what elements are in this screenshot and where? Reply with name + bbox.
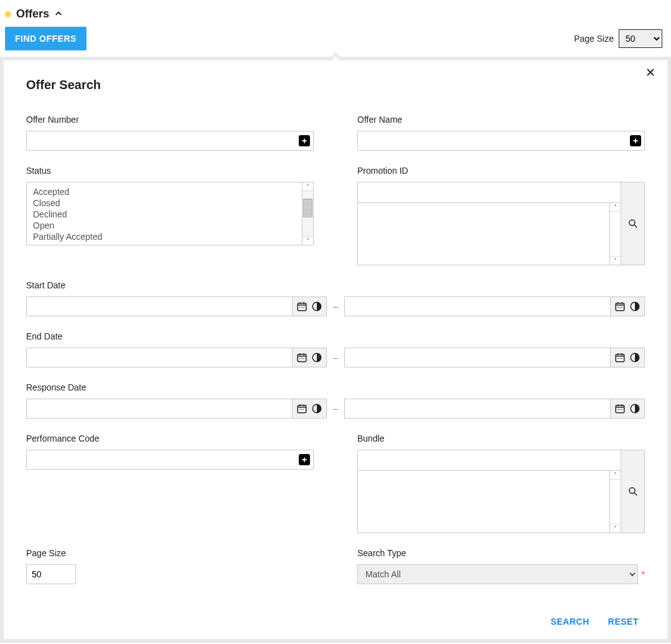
calendar-icon[interactable] bbox=[296, 352, 307, 363]
promotion-id-input[interactable] bbox=[357, 182, 621, 203]
status-option[interactable]: Partially Accepted bbox=[33, 231, 296, 242]
calendar-icon[interactable] bbox=[296, 301, 307, 312]
search-button[interactable]: SEARCH bbox=[551, 617, 589, 627]
svg-point-23 bbox=[301, 409, 303, 410]
offer-number-input[interactable] bbox=[26, 131, 314, 151]
reset-button[interactable]: RESET bbox=[608, 617, 639, 627]
svg-point-12 bbox=[299, 358, 301, 359]
svg-point-19 bbox=[621, 358, 622, 359]
search-type-select[interactable]: Match All bbox=[357, 564, 638, 584]
calendar-icon[interactable] bbox=[614, 352, 626, 363]
offer-number-label: Offer Number bbox=[26, 115, 314, 125]
status-listbox[interactable]: Accepted Closed Declined Open Partially … bbox=[26, 182, 314, 245]
add-icon[interactable]: + bbox=[630, 135, 641, 146]
calendar-icon[interactable] bbox=[614, 403, 626, 414]
performance-code-label: Performance Code bbox=[26, 433, 314, 443]
svg-point-13 bbox=[301, 358, 303, 359]
bundle-label: Bundle bbox=[357, 433, 645, 443]
offer-name-label: Offer Name bbox=[357, 115, 645, 125]
start-date-to-input[interactable] bbox=[344, 296, 610, 316]
scroll-down-icon[interactable]: ˅ bbox=[610, 256, 621, 265]
svg-point-9 bbox=[621, 307, 622, 308]
close-icon[interactable] bbox=[645, 67, 656, 81]
bundle-search-button[interactable] bbox=[621, 450, 645, 533]
calendar-icon[interactable] bbox=[614, 301, 626, 312]
add-icon[interactable]: + bbox=[299, 135, 310, 146]
scroll-down-icon[interactable]: ˅ bbox=[303, 236, 313, 245]
promotion-id-label: Promotion ID bbox=[357, 166, 645, 176]
scroll-thumb[interactable] bbox=[303, 199, 312, 217]
svg-point-29 bbox=[621, 409, 622, 410]
status-option[interactable]: Accepted bbox=[33, 186, 296, 197]
page-size-select[interactable]: 50 bbox=[619, 29, 662, 48]
chevron-up-icon[interactable] bbox=[53, 7, 64, 21]
svg-point-0 bbox=[629, 220, 635, 225]
clock-icon[interactable] bbox=[311, 403, 322, 414]
end-date-to-input[interactable] bbox=[344, 348, 610, 367]
page-size-inner-label: Page Size bbox=[26, 548, 314, 558]
svg-point-27 bbox=[617, 409, 619, 410]
page-size-label: Page Size bbox=[574, 34, 614, 44]
svg-point-31 bbox=[629, 488, 635, 493]
add-icon[interactable]: + bbox=[299, 454, 310, 465]
response-date-to-input[interactable] bbox=[344, 399, 610, 419]
search-panel: Offer Search Offer Number + Status Accep… bbox=[0, 57, 671, 643]
clock-icon[interactable] bbox=[629, 352, 640, 363]
svg-point-18 bbox=[619, 358, 621, 359]
svg-point-22 bbox=[299, 409, 301, 410]
clock-icon[interactable] bbox=[629, 301, 640, 312]
end-date-label: End Date bbox=[26, 331, 645, 341]
search-title: Offer Search bbox=[26, 78, 645, 92]
clock-icon[interactable] bbox=[311, 352, 322, 363]
svg-point-28 bbox=[619, 409, 621, 410]
svg-point-17 bbox=[617, 358, 619, 359]
page-title: Offers bbox=[16, 7, 49, 21]
offer-name-input[interactable] bbox=[357, 131, 645, 151]
svg-point-3 bbox=[301, 307, 303, 308]
end-date-from-input[interactable] bbox=[26, 348, 292, 367]
promotion-search-button[interactable] bbox=[621, 182, 645, 265]
status-option[interactable]: Open bbox=[33, 220, 296, 231]
scroll-down-icon[interactable]: ˅ bbox=[610, 524, 621, 533]
scroll-up-icon[interactable]: ˄ bbox=[610, 203, 621, 212]
svg-point-2 bbox=[299, 307, 301, 308]
svg-point-4 bbox=[303, 307, 304, 308]
svg-point-8 bbox=[619, 307, 621, 308]
response-date-label: Response Date bbox=[26, 382, 645, 392]
status-label: Status bbox=[26, 166, 314, 176]
search-type-label: Search Type bbox=[357, 548, 645, 558]
status-dot-icon bbox=[5, 11, 11, 17]
svg-point-24 bbox=[303, 409, 304, 410]
required-indicator: * bbox=[642, 569, 645, 579]
range-separator: – bbox=[333, 353, 338, 362]
response-date-from-input[interactable] bbox=[26, 399, 292, 419]
scroll-up-icon[interactable]: ˄ bbox=[303, 182, 313, 191]
status-option[interactable]: Declined bbox=[33, 209, 296, 220]
svg-point-7 bbox=[617, 307, 619, 308]
bundle-input[interactable] bbox=[357, 450, 621, 471]
start-date-from-input[interactable] bbox=[26, 296, 292, 316]
page-size-input[interactable] bbox=[26, 564, 76, 584]
scrollbar[interactable]: ˄ ˅ bbox=[302, 182, 313, 245]
performance-code-input[interactable] bbox=[26, 450, 314, 470]
clock-icon[interactable] bbox=[629, 403, 640, 414]
page-size-control: Page Size 50 bbox=[574, 29, 662, 48]
range-separator: – bbox=[333, 404, 338, 414]
svg-point-14 bbox=[303, 358, 304, 359]
start-date-label: Start Date bbox=[26, 280, 645, 290]
scroll-up-icon[interactable]: ˄ bbox=[610, 471, 621, 480]
find-offers-button[interactable]: FIND OFFERS bbox=[5, 27, 87, 50]
calendar-icon[interactable] bbox=[296, 403, 307, 414]
promotion-id-list[interactable]: ˄ ˅ bbox=[357, 203, 621, 265]
section-header: Offers bbox=[0, 0, 671, 27]
range-separator: – bbox=[333, 301, 338, 311]
bundle-list[interactable]: ˄ ˅ bbox=[357, 471, 621, 533]
status-option[interactable]: Closed bbox=[33, 197, 296, 209]
clock-icon[interactable] bbox=[311, 301, 322, 312]
